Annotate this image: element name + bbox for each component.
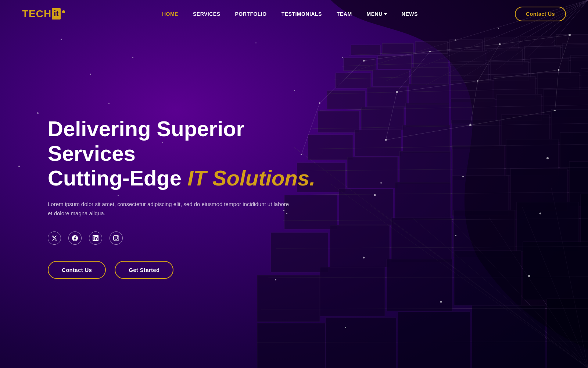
nav-item-testimonials[interactable]: TESTIMONIALS: [282, 11, 322, 17]
nav-item-news[interactable]: NEWS: [402, 11, 418, 17]
hero-buttons: Contact Us Get Started: [48, 261, 540, 279]
nav-item-team[interactable]: TEAM: [337, 11, 352, 17]
hero-section: Delivering Superior Services Cutting-Edg…: [0, 0, 588, 368]
hero-title: Delivering Superior Services Cutting-Edg…: [48, 117, 323, 190]
logo-dot: [62, 10, 65, 13]
social-twitter[interactable]: [48, 231, 61, 245]
hero-title-line1: Delivering Superior Services: [48, 117, 244, 165]
chevron-down-icon: [384, 13, 387, 15]
logo-it-box: it: [52, 8, 60, 19]
nav-contact-button[interactable]: Contact Us: [515, 7, 566, 21]
logo[interactable]: TECH it: [22, 8, 65, 20]
social-instagram[interactable]: [110, 231, 123, 245]
hero-title-line2: Cutting-Edge: [48, 166, 187, 190]
social-facebook[interactable]: [68, 231, 82, 245]
social-icons: [48, 231, 540, 245]
nav-menu-dropdown[interactable]: MENU: [367, 11, 387, 17]
logo-tech-text: TECH: [22, 8, 51, 20]
nav-link-home[interactable]: HOME: [162, 11, 178, 17]
nav-link-services[interactable]: SERVICES: [193, 11, 220, 17]
hero-contact-button[interactable]: Contact Us: [48, 261, 106, 279]
hero-get-started-button[interactable]: Get Started: [115, 261, 173, 279]
social-linkedin[interactable]: [89, 231, 102, 245]
nav-item-portfolio[interactable]: PORTFOLIO: [235, 11, 267, 17]
navbar: TECH it HOME SERVICES PORTFOLIO TESTIMON…: [0, 0, 588, 28]
nav-item-home[interactable]: HOME: [162, 11, 178, 17]
nav-link-portfolio[interactable]: PORTFOLIO: [235, 11, 267, 17]
hero-description: Lorem ipsum dolor sit amet, consectetur …: [48, 199, 290, 218]
nav-link-testimonials[interactable]: TESTIMONIALS: [282, 11, 322, 17]
nav-item-menu[interactable]: MENU: [367, 11, 387, 17]
nav-link-team[interactable]: TEAM: [337, 11, 352, 17]
nav-menu-label: MENU: [367, 11, 383, 17]
nav-links: HOME SERVICES PORTFOLIO TESTIMONIALS TEA…: [162, 11, 418, 17]
hero-title-highlight: IT Solutions.: [187, 166, 315, 190]
nav-item-services[interactable]: SERVICES: [193, 11, 220, 17]
nav-link-news[interactable]: NEWS: [402, 11, 418, 17]
